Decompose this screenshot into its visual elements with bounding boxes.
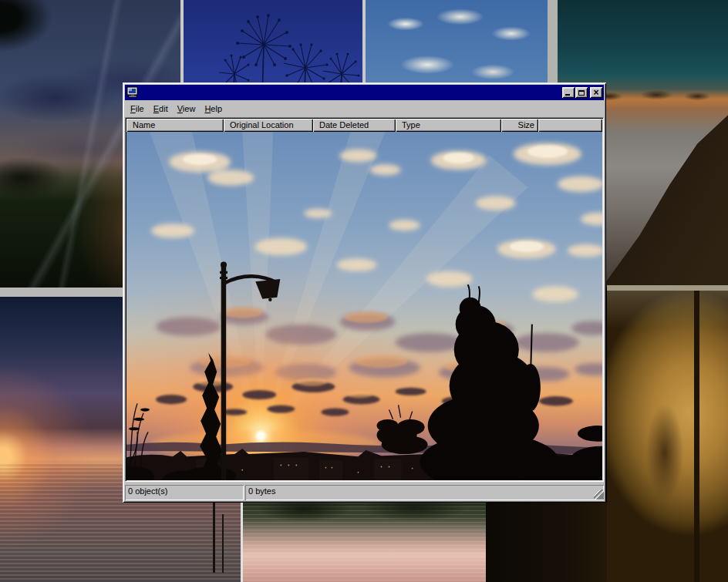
maximize-button[interactable] xyxy=(575,87,588,98)
menu-file[interactable]: File xyxy=(126,103,149,115)
tile-divider xyxy=(607,285,728,291)
recycle-bin-window: × File Edit View Help Name Original Loca… xyxy=(123,82,606,503)
wallpaper-tile-golden-blur xyxy=(607,291,728,582)
status-bar: 0 object(s) 0 bytes xyxy=(125,483,604,500)
column-header-type[interactable]: Type xyxy=(396,119,501,132)
column-header-name[interactable]: Name xyxy=(126,119,224,132)
minimize-button[interactable] xyxy=(562,87,575,98)
computer-icon[interactable] xyxy=(126,86,139,99)
column-header-date-deleted[interactable]: Date Deleted xyxy=(313,119,396,132)
wallpaper-tile-water-reflection xyxy=(241,503,488,582)
menu-bar: File Edit View Help xyxy=(125,100,604,117)
column-header-row: Name Original Location Date Deleted Type… xyxy=(126,119,602,132)
maximize-icon xyxy=(578,90,585,96)
lake-pole xyxy=(222,514,224,573)
sunset-streetlamp-photo xyxy=(126,132,602,480)
column-header-original-location[interactable]: Original Location xyxy=(224,119,313,132)
wallpaper-tile-dark-strip xyxy=(486,503,612,582)
menu-view[interactable]: View xyxy=(173,103,201,115)
menu-edit[interactable]: Edit xyxy=(149,103,173,115)
golden-photo-pole xyxy=(694,291,699,582)
status-object-count: 0 object(s) xyxy=(125,485,244,500)
title-bar[interactable]: × xyxy=(125,85,604,100)
resize-grip[interactable] xyxy=(594,489,604,500)
column-header-size[interactable]: Size xyxy=(501,119,538,132)
blurred-tree-shadow xyxy=(638,383,692,522)
minimize-icon xyxy=(565,94,570,96)
list-view: Name Original Location Date Deleted Type… xyxy=(125,117,604,482)
lake-pole xyxy=(213,496,215,573)
close-icon: × xyxy=(593,89,598,96)
desktop: × File Edit View Help Name Original Loca… xyxy=(0,0,728,582)
close-button[interactable]: × xyxy=(590,87,602,98)
status-byte-count: 0 bytes xyxy=(245,485,604,500)
menu-help[interactable]: Help xyxy=(200,103,227,115)
file-list-area[interactable] xyxy=(126,132,602,480)
column-header-filler xyxy=(538,119,602,132)
